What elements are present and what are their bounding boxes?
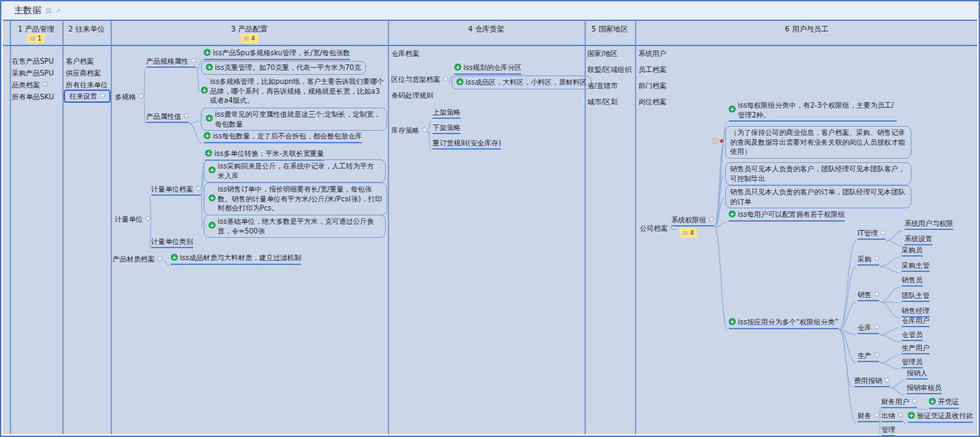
leaf-sys-user-perm[interactable]: 系统用户与权限 <box>904 219 953 230</box>
topic-union-org[interactable]: 联盟/区域组织 <box>587 65 631 74</box>
plus-marker-icon: + <box>729 106 736 113</box>
topic-reorder[interactable]: 重订货规则(安全库存) <box>433 138 501 150</box>
topic-supplier-archive[interactable]: 供应商档案 <box>66 69 101 78</box>
grid-line <box>10 21 11 434</box>
topic-barcode-rules[interactable]: 条码处理规则 <box>391 91 433 100</box>
topic-gongsi[interactable]: 公司档案 <box>640 224 676 233</box>
column-header-4[interactable]: 4 仓库货架 <box>388 24 584 34</box>
note-text: 销售员可见本人负责的客户，团队经理可见本团队客户，可控制导出 <box>730 165 905 182</box>
topic-kucun[interactable]: 库存策略 <box>391 126 427 135</box>
topic-duoguige[interactable]: 多规格 <box>115 92 144 101</box>
tag-count: 4 <box>690 228 694 238</box>
topic-xiajia[interactable]: 下架策略 <box>433 123 461 134</box>
column-header-1[interactable]: 1 产品管理 <box>10 24 62 34</box>
topic-country-region[interactable]: 国家/地区 <box>587 49 617 58</box>
column-header-6[interactable]: 6 用户与员工 <box>635 24 979 34</box>
topic-attr-value[interactable]: 产品属性值 <box>146 112 189 123</box>
leaf-caigou-zhuguan[interactable]: 采购主管 <box>902 261 930 272</box>
topic-purchase-spu[interactable]: 采购产品SPU <box>12 69 54 78</box>
note-material-filter[interactable]: +iss成品材质与大料材质，建立过滤机制 <box>171 253 301 265</box>
note-duoguige-mgmt[interactable]: +iss多规格管理，比如pupn纸，客户主要告诉我们要哪个品牌，哪个系列，再告诉… <box>201 77 388 106</box>
leaf-guanliyuan[interactable]: 管理员 <box>902 357 923 368</box>
group-cangku[interactable]: 仓库 <box>858 323 879 334</box>
note-perm-sales-order[interactable]: 销售员只见本人负责的客户的订单，团队经理可见本团队的订单 <box>725 185 911 208</box>
leaf-sys-settings[interactable]: 系统设置 <box>904 234 932 245</box>
topic-material[interactable]: 产品材质档案 <box>113 255 162 264</box>
tag-icon: ▤ <box>30 34 36 43</box>
leaf-cangguanyuan[interactable]: 仓管员 <box>902 330 923 341</box>
note-perm-app-groups[interactable]: +iss按应用分为多个“权限组分类” <box>729 317 839 329</box>
topic-partner-settings-selected[interactable]: 往来设置 <box>64 89 111 103</box>
leaf-caiwu-user[interactable]: 财务用户 <box>881 397 917 408</box>
topic-shangjia[interactable]: 上架策略 <box>433 108 461 119</box>
group-it[interactable]: IT管理 <box>858 229 886 240</box>
note-perm-count[interactable]: +iss每权限组分类中，有2-3个权限组，主要为员工/管理2种。 <box>729 101 897 122</box>
leaf-caigouyuan[interactable]: 采购员 <box>902 245 923 257</box>
note-yanzheng[interactable]: +验证凭证及收付款 <box>908 411 973 423</box>
topic-guige-attr[interactable]: 产品规格属性 <box>146 57 196 68</box>
plus-marker-icon: + <box>729 210 736 217</box>
note-emoji-markers: ☺★ <box>711 137 724 145</box>
note-spu-sku[interactable]: +iss产品Spu多规格sku管理，长/宽/每包张数 <box>204 48 350 60</box>
leaf-baoxiao-shenheyuan[interactable]: 报销审核员 <box>906 383 941 394</box>
column-header-3[interactable]: 3 产品配置 <box>111 24 388 34</box>
note-base-unit[interactable]: +iss基础单位，绝大多数是平方米，克可通过公斤换算，令=500张 <box>204 215 386 238</box>
map-title-bar: 主数据 ▤ ↗ <box>1 1 979 20</box>
note-text: iss每包数量，定了后不会拆包，都会整包放仓库 <box>213 131 362 141</box>
link-icon[interactable]: ↗ <box>56 7 62 14</box>
column-header-2[interactable]: 2 往来单位 <box>62 24 111 34</box>
plus-marker-icon: + <box>209 166 216 173</box>
topic-xtqxz[interactable]: 系统权限组 <box>671 215 714 227</box>
note-text: 销售员只见本人负责的客户的订单，团队经理可见本团队的订单 <box>730 188 905 206</box>
tag-count: 1 <box>38 34 42 43</box>
topic-category-archive[interactable]: 品类档案 <box>12 80 48 89</box>
plus-marker-icon: + <box>729 318 736 325</box>
leaf-cangku-user[interactable]: 仓库用户 <box>902 316 930 327</box>
leaf-tuandui-zhuguan[interactable]: 团队主管 <box>902 291 930 302</box>
group-caigou[interactable]: 采购 <box>858 255 879 266</box>
plus-marker-icon: + <box>204 132 211 139</box>
group-xiaoshou[interactable]: 销售 <box>858 290 879 301</box>
note-zones[interactable]: +iss成品区，大料区，小料区，原材料区 <box>451 76 592 89</box>
note-kezhong[interactable]: +iss克重管理。如70克重，代表一平方米为70克 <box>201 61 366 75</box>
topic-all-partners[interactable]: 所有往来单位 <box>66 80 108 89</box>
group-feiyong[interactable]: 费用报销 <box>854 376 890 387</box>
topic-customer-archive[interactable]: 客户档案 <box>66 57 94 66</box>
topic-department[interactable]: 部门档案 <box>638 81 666 90</box>
leaf-xiaoshouyuan[interactable]: 销售员 <box>902 275 923 287</box>
leaf-baoxiaoren[interactable]: 报销人 <box>906 368 927 380</box>
topic-employee[interactable]: 员工档案 <box>638 65 666 74</box>
note-perm-user-groups[interactable]: +iss每用户可以配置拥有若干权限组 <box>729 210 845 222</box>
topic-all-sku[interactable]: 所有单品SKU <box>12 92 54 101</box>
note-common-attrs[interactable]: +iss最常见的可变属性值就是这三个:定制长，定制宽，每包数量 <box>201 108 387 131</box>
note-perm-privacy[interactable]: （为了保持公司的商业信息，客户档案、采购、销售记录的查阅及数据导出需要对有业务关… <box>725 126 911 159</box>
leaf-guanli[interactable]: 管理 <box>881 425 895 436</box>
note-sales-order[interactable]: +iss销售订单中，报价明细要有长/宽/重量，每包张数。销售的计量单位有平方米/… <box>204 182 387 215</box>
topic-jl-archive[interactable]: 计量单位档案 <box>151 185 201 196</box>
group-shengchan[interactable]: 生产 <box>858 351 879 362</box>
topic-city-district[interactable]: 城市/区划 <box>587 97 617 106</box>
topic-quwei[interactable]: 区位与货架档案 <box>391 75 448 84</box>
header-tag-3: ▤4 <box>241 34 258 43</box>
note-per-pack[interactable]: +iss每包数量，定了后不会拆包，都会整包放仓库 <box>204 131 362 143</box>
note-perm-sales-view[interactable]: 销售员可见本人负责的客户，团队经理可见本团队客户，可控制导出 <box>725 162 911 185</box>
note-kaipingzheng[interactable]: +开凭证 <box>929 397 959 409</box>
topic-jiliang[interactable]: 计量单位 <box>115 215 150 224</box>
note-purchase-kg[interactable]: +iss采购回来是公斤，在系统中记录，人工转为平方米入库 <box>204 159 386 182</box>
plus-marker-icon: + <box>206 115 213 122</box>
topic-onsale-spu[interactable]: 在售产品SPU <box>12 57 54 66</box>
column-header-5[interactable]: 5 国家地区 <box>584 24 635 34</box>
topic-position[interactable]: 岗位档案 <box>638 97 666 106</box>
map-title[interactable]: 主数据 <box>14 4 41 17</box>
notes-icon[interactable]: ▤ <box>46 7 52 14</box>
note-text: iss每权限组分类中，有2-3个权限组，主要为员工/管理2种。 <box>738 101 897 120</box>
grid-line <box>62 21 64 434</box>
topic-province[interactable]: 省/直辖市 <box>587 81 617 90</box>
leaf-chuna[interactable]: 出纳 <box>881 411 903 422</box>
topic-warehouse-archive[interactable]: 仓库档案 <box>391 49 419 58</box>
topic-jl-category[interactable]: 计量单位类别 <box>151 237 193 248</box>
leaf-shengchan-user[interactable]: 生产用户 <box>902 343 930 354</box>
group-caiwu[interactable]: 财务 <box>858 411 879 422</box>
note-zone-plan[interactable]: +iss规划的仓库分区 <box>454 63 522 75</box>
topic-sys-users[interactable]: 系统用户 <box>638 49 666 58</box>
